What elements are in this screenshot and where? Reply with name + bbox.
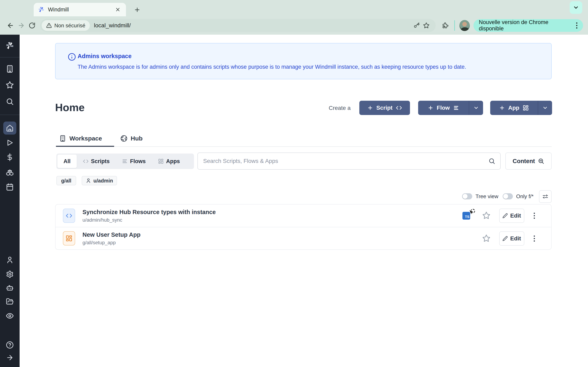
favorite-star-icon[interactable] [482, 211, 490, 220]
search-input[interactable] [203, 158, 488, 164]
new-tab-button[interactable] [132, 5, 142, 15]
info-icon [68, 53, 76, 61]
sidebar-item-workers[interactable] [6, 284, 14, 292]
create-a-label: Create a [329, 105, 351, 111]
display-settings-button[interactable] [539, 190, 552, 203]
list-item-app[interactable]: New User Setup App g/all/setup_app Edit [56, 227, 551, 249]
password-key-icon[interactable] [412, 21, 421, 30]
create-app-button[interactable]: App [490, 101, 538, 115]
content-search-button[interactable]: Content [505, 152, 552, 170]
sidebar-item-help[interactable] [6, 341, 14, 349]
only-f-toggle[interactable] [503, 193, 513, 200]
create-flow-label: Flow [437, 105, 450, 111]
content-button-label: Content [513, 158, 535, 165]
sidebar-item-settings[interactable] [6, 270, 14, 278]
items-list: Synchronize Hub Resource types with inst… [55, 204, 552, 250]
tab-workspace-label: Workspace [69, 135, 102, 142]
tab-workspace[interactable]: Workspace [59, 132, 102, 145]
item-title[interactable]: Synchronize Hub Resource types with inst… [82, 209, 216, 216]
windmill-favicon-icon [38, 6, 45, 13]
create-script-button[interactable]: Script [359, 101, 410, 115]
browser-menu-kebab-icon[interactable] [573, 21, 581, 30]
sidebar-item-resources[interactable] [6, 168, 14, 176]
page-title: Home [55, 101, 85, 114]
tab-hub[interactable]: Hub [121, 132, 143, 145]
sidebar-item-search[interactable] [6, 98, 14, 106]
tab-close-icon[interactable] [114, 6, 122, 14]
segment-flows-label: Flows [130, 158, 146, 165]
favorite-star-icon[interactable] [482, 234, 490, 242]
search-icon[interactable] [488, 158, 495, 165]
sidebar-divider [0, 115, 20, 115]
create-app-label: App [508, 105, 519, 111]
browser-toolbar: Non sécurisé local_windmill/ Nouvelle ve… [0, 16, 588, 35]
create-flow-button[interactable]: Flow [418, 101, 469, 115]
profile-avatar[interactable] [459, 20, 470, 31]
url-text[interactable]: local_windmill/ [94, 22, 412, 29]
tree-view-label: Tree view [476, 193, 498, 200]
tabs-divider [56, 146, 552, 147]
sidebar-item-users[interactable] [6, 256, 14, 264]
tree-view-toggle[interactable] [462, 193, 472, 200]
plus-icon [367, 105, 373, 111]
sidebar-item-workspace[interactable] [6, 65, 14, 73]
item-title[interactable]: New User Setup App [82, 231, 140, 238]
security-label: Non sécurisé [54, 22, 85, 29]
code-icon [396, 105, 402, 111]
list-item-script[interactable]: Synchronize Hub Resource types with inst… [56, 205, 551, 227]
owner-chip-user[interactable]: u/admin [82, 176, 117, 185]
item-menu-kebab-icon[interactable] [530, 234, 538, 243]
back-icon[interactable] [5, 20, 16, 31]
sidebar-item-favorites[interactable] [6, 81, 14, 89]
kind-filter-segmented: All Scripts Flows Apps [56, 154, 194, 169]
segment-scripts-label: Scripts [91, 158, 110, 165]
mouse-cursor [467, 209, 476, 217]
owner-chip-group[interactable]: g/all [56, 176, 76, 185]
address-bar[interactable]: Non sécurisé local_windmill/ [40, 19, 435, 32]
admins-workspace-banner: Admins workspace The Admins workspace is… [55, 43, 552, 79]
segment-scripts[interactable]: Scripts [77, 155, 116, 168]
banner-body: The Admins workspace is for admins only … [78, 64, 466, 70]
item-menu-kebab-icon[interactable] [530, 212, 538, 220]
app-grid-icon [158, 158, 164, 164]
app-grid-icon [63, 231, 75, 245]
security-chip[interactable]: Non sécurisé [42, 20, 90, 31]
create-flow-dropdown-chevron[interactable] [469, 101, 483, 115]
create-script-label: Script [376, 105, 392, 111]
bookmark-star-icon[interactable] [421, 21, 431, 30]
tab-hub-label: Hub [131, 135, 143, 142]
item-path: g/all/setup_app [82, 240, 140, 245]
segment-all[interactable]: All [57, 155, 77, 168]
item-text: New User Setup App g/all/setup_app [82, 231, 140, 245]
sidebar-item-schedules[interactable] [6, 183, 14, 191]
sidebar-item-home[interactable] [6, 124, 14, 132]
extensions-puzzle-icon[interactable] [441, 21, 450, 30]
edit-button[interactable]: Edit [499, 209, 524, 223]
flow-list-icon [122, 158, 128, 164]
code-icon [83, 158, 89, 164]
segment-flows[interactable]: Flows [116, 155, 152, 168]
tab-search-chevron-button[interactable] [570, 1, 582, 14]
chrome-update-button[interactable]: Nouvelle version de Chrome disponible [474, 19, 583, 32]
sidebar-item-variables[interactable] [6, 153, 14, 161]
segment-apps[interactable]: Apps [152, 155, 186, 168]
create-app-dropdown-chevron[interactable] [538, 101, 552, 115]
sidebar-item-folders[interactable] [6, 298, 14, 305]
search-code-icon [538, 158, 544, 164]
sidebar-item-audit-logs[interactable] [6, 312, 14, 320]
edit-button-label: Edit [510, 212, 521, 219]
toolbar-separator [454, 20, 455, 31]
reload-icon[interactable] [26, 20, 37, 31]
flow-list-icon [453, 105, 459, 111]
user-icon [86, 178, 91, 183]
browser-tab[interactable]: Windmill [34, 3, 126, 16]
sidebar-collapse-arrow-icon[interactable] [6, 354, 14, 361]
app-grid-icon [523, 105, 529, 111]
active-tab-underline [56, 146, 114, 147]
globe-icon [121, 135, 127, 142]
edit-button[interactable]: Edit [499, 231, 524, 246]
forward-icon[interactable] [16, 20, 26, 31]
windmill-logo-icon [5, 41, 15, 50]
sidebar-item-runs[interactable] [6, 139, 14, 147]
plus-icon [499, 105, 505, 111]
